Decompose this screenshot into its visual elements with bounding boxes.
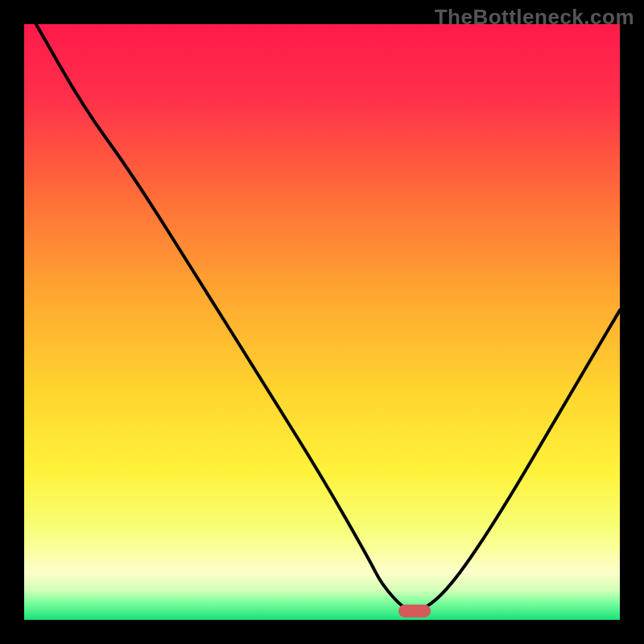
curve-layer — [24, 24, 620, 620]
watermark-text: TheBottleneck.com — [435, 5, 634, 30]
plot-area — [24, 24, 620, 620]
bottleneck-curve — [36, 24, 620, 611]
optimal-point-marker — [398, 605, 431, 617]
chart-frame: TheBottleneck.com — [0, 0, 644, 644]
